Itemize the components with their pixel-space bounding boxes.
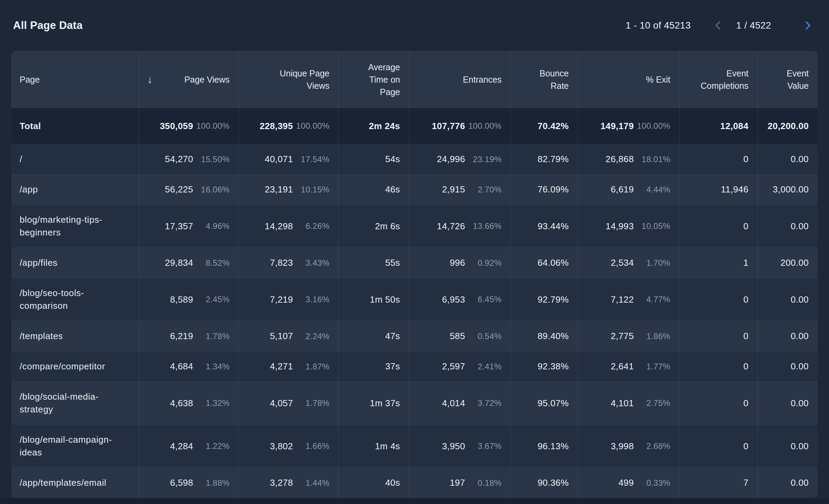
col-header-unique-page-views[interactable]: Unique Page Views	[239, 51, 338, 108]
metric-percent: 23.19%	[465, 155, 502, 164]
page-title: All Page Data	[13, 19, 83, 32]
entrances-cell: 14,72613.66%	[409, 205, 511, 248]
event-value-cell: 0.00	[757, 278, 818, 321]
entrances-cell: 4,0143.72%	[409, 382, 511, 424]
avg-time-on-page-cell: 47s	[338, 321, 409, 351]
metric-value: 1m 4s	[347, 441, 400, 452]
metric-percent: 0.18%	[465, 478, 502, 488]
unique-page-views-cell: 7,8233.43%	[239, 248, 338, 278]
unique-page-views-cell: 3,8021.66%	[239, 425, 338, 468]
metric-value: 2,597	[418, 361, 465, 372]
col-header-page[interactable]: Page	[11, 51, 139, 108]
page-cell: Total	[11, 108, 139, 144]
page-path: /blog/email-campaign-ideas	[20, 433, 130, 459]
percent-exit-cell: 4990.33%	[578, 468, 679, 498]
metric-value: 1m 37s	[347, 398, 400, 409]
total-row: Total350,059100.00%228,395100.00%2m 24s1…	[11, 108, 818, 144]
metric-value: 6,219	[147, 331, 193, 342]
event-value-cell: 0.00	[757, 144, 818, 174]
unique-page-views-cell: 40,07117.54%	[239, 144, 338, 174]
page-path: /app/files	[20, 256, 57, 269]
unique-page-views-cell: 7,2193.16%	[239, 278, 338, 321]
col-header-entrances[interactable]: Entrances	[409, 51, 511, 108]
col-header-event-completions[interactable]: Event Completions	[679, 51, 757, 108]
metric-value: 40,071	[247, 154, 293, 165]
metric-value: 4,101	[586, 398, 634, 409]
avg-time-on-page-cell: 54s	[338, 144, 409, 174]
page-cell: /blog/seo-tools-comparison	[11, 278, 139, 321]
page-cell: /blog/email-campaign-ideas	[11, 425, 139, 468]
metric-value: 0.00	[766, 221, 809, 232]
metric-value: 4,684	[147, 361, 193, 372]
event-value-cell: 0.00	[757, 468, 818, 498]
page-cell: /compare/competitor	[11, 351, 139, 381]
col-header-avg-time-on-page[interactable]: Average Time on Page	[338, 51, 409, 108]
chevron-right-icon	[802, 20, 813, 31]
col-header-event-value[interactable]: Event Value	[757, 51, 818, 108]
col-header-bounce-rate[interactable]: Bounce Rate	[511, 51, 578, 108]
metric-percent: 6.26%	[293, 221, 329, 231]
metric-value: 6,953	[418, 294, 465, 305]
col-header-label: Entrances	[463, 73, 502, 86]
percent-exit-cell: 3,9982.68%	[578, 425, 679, 468]
col-header-page-views[interactable]: ↓ Page Views	[139, 51, 239, 108]
metric-value: 3,998	[586, 441, 634, 452]
table-row: /blog/seo-tools-comparison8,5892.45%7,21…	[11, 278, 818, 321]
avg-time-on-page-cell: 37s	[338, 351, 409, 381]
event-completions-cell: 0	[679, 382, 757, 424]
metric-percent: 8.52%	[193, 258, 230, 268]
event-completions-cell: 11,946	[679, 175, 757, 204]
bounce-rate-cell: 95.07%	[511, 382, 578, 424]
event-value-cell: 0.00	[757, 382, 818, 424]
table-row: /blog/email-campaign-ideas4,2841.22%3,80…	[11, 424, 818, 468]
percent-exit-cell: 14,99310.05%	[578, 205, 679, 248]
pagination: 1 - 10 of 45213 1 / 4522	[626, 18, 815, 33]
page-path: Total	[20, 120, 41, 133]
page-path: /compare/competitor	[20, 360, 105, 373]
pagination-next-button[interactable]	[800, 18, 815, 33]
metric-value: 0	[688, 331, 748, 342]
page-path: blog/marketing-tips-beginners	[20, 213, 130, 239]
col-header-label: Event Completions	[693, 67, 748, 92]
bounce-rate-cell: 82.79%	[511, 144, 578, 174]
bounce-rate-cell: 92.79%	[511, 278, 578, 321]
sort-desc-icon[interactable]: ↓	[147, 73, 153, 86]
metric-value: 0	[688, 154, 748, 165]
page-views-cell: 56,22516.06%	[139, 175, 239, 204]
col-header-label: % Exit	[646, 73, 670, 86]
metric-value: 149,179	[586, 121, 634, 132]
metric-percent: 18.01%	[634, 155, 670, 164]
metric-value: 2,915	[418, 184, 465, 195]
entrances-cell: 24,99623.19%	[409, 144, 511, 174]
col-header-percent-exit[interactable]: % Exit	[578, 51, 679, 108]
metric-value: 40s	[347, 477, 400, 488]
metric-value: 228,395	[247, 121, 293, 132]
table-row: /54,27015.50%40,07117.54%54s24,99623.19%…	[11, 144, 818, 174]
metric-value: 92.38%	[519, 361, 569, 372]
page-path: /app	[20, 183, 38, 196]
metric-value: 17,357	[147, 221, 193, 232]
metric-value: 200.00	[766, 258, 809, 268]
metric-value: 8,589	[147, 294, 193, 305]
metric-value: 1	[688, 258, 748, 268]
metric-percent: 1.77%	[634, 362, 670, 371]
metric-percent: 4.96%	[193, 221, 230, 231]
page-views-cell: 54,27015.50%	[139, 144, 239, 174]
metric-value: 89.40%	[519, 331, 569, 342]
event-completions-cell: 0	[679, 278, 757, 321]
top-bar: All Page Data 1 - 10 of 45213 1 / 4522	[0, 0, 829, 51]
unique-page-views-cell: 4,2711.87%	[239, 351, 338, 381]
metric-value: 82.79%	[519, 154, 569, 165]
pagination-prev-button[interactable]	[711, 18, 726, 33]
metric-percent: 100.00%	[465, 121, 502, 131]
unique-page-views-cell: 23,19110.15%	[239, 175, 338, 204]
bounce-rate-cell: 96.13%	[511, 425, 578, 468]
metric-value: 0	[688, 221, 748, 232]
event-completions-cell: 0	[679, 321, 757, 351]
event-completions-cell: 0	[679, 425, 757, 468]
metric-percent: 100.00%	[293, 121, 329, 131]
metric-value: 0	[688, 294, 748, 305]
metric-value: 93.44%	[519, 221, 569, 232]
col-header-label: Page Views	[184, 73, 230, 86]
unique-page-views-cell: 14,2986.26%	[239, 205, 338, 248]
